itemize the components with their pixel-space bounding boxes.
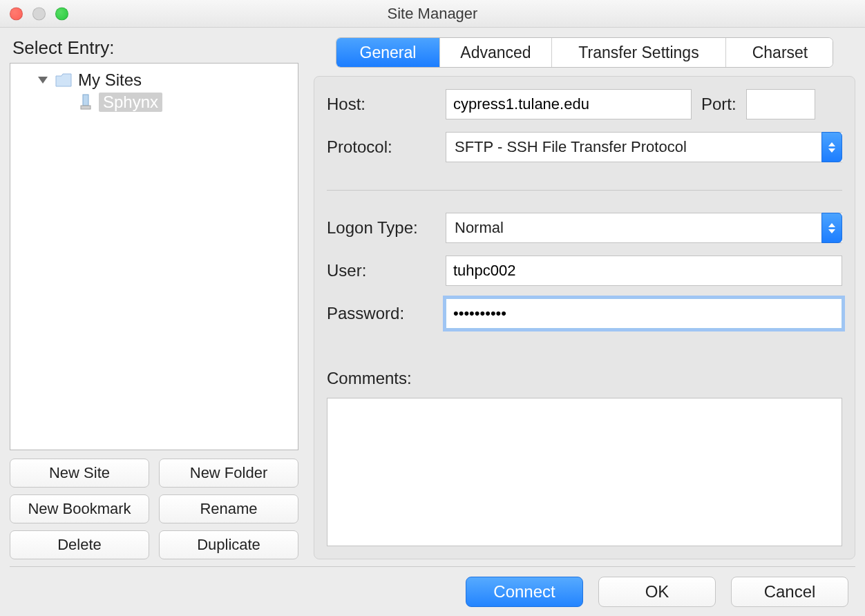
tab-charset[interactable]: Charset — [726, 38, 833, 67]
window-title: Site Manager — [0, 5, 865, 23]
user-label: User: — [327, 261, 436, 280]
cancel-button[interactable]: Cancel — [731, 577, 848, 607]
tree-root-row[interactable]: My Sites — [13, 69, 295, 91]
dropdown-arrows-icon — [821, 213, 842, 243]
logon-type-label: Logon Type: — [327, 218, 436, 238]
svg-rect-0 — [83, 95, 88, 106]
tab-transfer-settings[interactable]: Transfer Settings — [552, 38, 726, 67]
tab-general[interactable]: General — [336, 38, 440, 67]
entry-panel: Select Entry: My Sites Sphynx — [10, 37, 298, 559]
tab-bar: General Advanced Transfer Settings Chars… — [336, 37, 833, 68]
server-icon — [78, 93, 93, 111]
port-input[interactable] — [746, 89, 815, 119]
close-window-button[interactable] — [10, 7, 23, 20]
delete-button[interactable]: Delete — [10, 530, 149, 559]
password-input[interactable] — [446, 298, 842, 329]
entry-buttons: New Site New Folder New Bookmark Rename … — [10, 459, 298, 559]
ok-button[interactable]: OK — [598, 577, 716, 607]
site-tree[interactable]: My Sites Sphynx — [10, 63, 298, 450]
section-divider — [327, 190, 842, 191]
tab-pane-general: Host: Port: Protocol: SFTP - SSH File Tr… — [314, 76, 855, 559]
comments-label: Comments: — [327, 369, 842, 388]
protocol-value: SFTP - SSH File Transfer Protocol — [446, 132, 842, 162]
tree-root-label: My Sites — [78, 70, 142, 90]
dialog-buttons: Connect OK Cancel — [0, 567, 865, 616]
protocol-label: Protocol: — [327, 137, 436, 157]
logon-type-select[interactable]: Normal — [446, 213, 842, 243]
folder-icon — [55, 72, 73, 88]
svg-rect-1 — [81, 106, 91, 109]
tree-item-label: Sphynx — [99, 93, 162, 112]
rename-button[interactable]: Rename — [159, 494, 298, 523]
settings-panel: General Advanced Transfer Settings Chars… — [314, 37, 855, 559]
tab-advanced[interactable]: Advanced — [440, 38, 552, 67]
zoom-window-button[interactable] — [55, 7, 68, 20]
tree-item-selected[interactable]: Sphynx — [13, 91, 295, 113]
select-entry-label: Select Entry: — [10, 37, 298, 59]
user-input[interactable] — [446, 256, 842, 286]
minimize-window-button[interactable] — [32, 7, 46, 20]
titlebar: Site Manager — [0, 0, 865, 28]
host-input[interactable] — [446, 89, 692, 119]
window-controls — [10, 7, 68, 20]
new-folder-button[interactable]: New Folder — [159, 459, 298, 488]
port-label: Port: — [701, 95, 736, 114]
password-label: Password: — [327, 304, 436, 323]
dropdown-arrows-icon — [821, 132, 842, 162]
connect-button[interactable]: Connect — [466, 577, 583, 607]
comments-textarea[interactable] — [327, 398, 842, 546]
logon-type-value: Normal — [446, 213, 842, 243]
protocol-select[interactable]: SFTP - SSH File Transfer Protocol — [446, 132, 842, 162]
new-site-button[interactable]: New Site — [10, 459, 149, 488]
new-bookmark-button[interactable]: New Bookmark — [10, 494, 149, 523]
host-label: Host: — [327, 95, 436, 114]
duplicate-button[interactable]: Duplicate — [159, 530, 298, 559]
disclosure-triangle-icon[interactable] — [38, 77, 48, 84]
